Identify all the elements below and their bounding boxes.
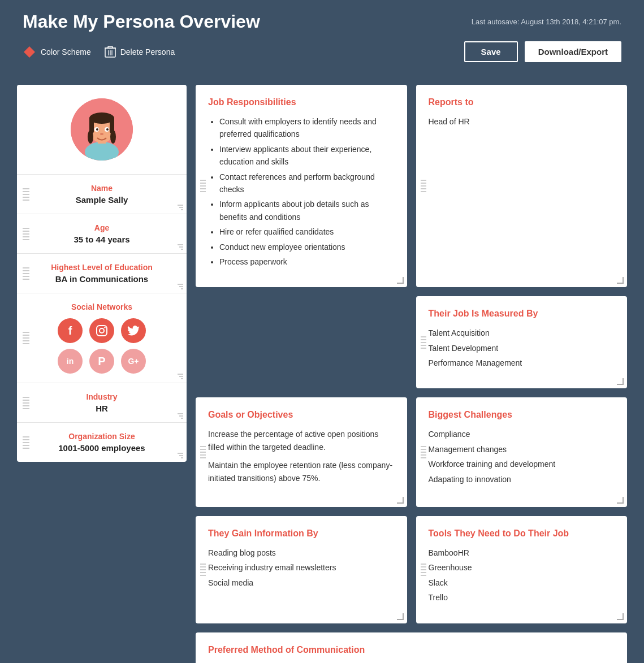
reports-to-content: Head of HR (429, 115, 615, 128)
age-drag-handle[interactable] (23, 228, 29, 240)
tools-card: Tools They Need to Do Their Job BambooHR… (416, 516, 628, 623)
pinterest-icon[interactable]: P (89, 349, 114, 374)
header: Make My Persona Overview Last autosave: … (0, 0, 644, 73)
age-field: Age 35 to 44 years (17, 214, 187, 254)
job-measured-title: Their Job Is Measured By (429, 309, 615, 319)
download-button[interactable]: Download/Export (525, 41, 621, 62)
gain-info-content: Reading blog postsReceiving industry ema… (208, 547, 395, 589)
tools-title: Tools They Need to Do Their Job (429, 528, 615, 539)
header-toolbar: Color Scheme Delete Persona Save Downloa… (23, 41, 621, 73)
svg-point-18 (96, 128, 98, 131)
challenges-drag-handle[interactable] (421, 446, 426, 458)
org-size-label: Organization Size (28, 432, 175, 441)
communication-card: Preferred Method of Communication EmailS… (196, 632, 627, 663)
name-resize-handle[interactable] (178, 205, 183, 210)
job-resp-resize[interactable] (397, 277, 404, 284)
list-item: Inform applicants about job details such… (219, 198, 395, 223)
tools-resize[interactable] (617, 613, 624, 620)
list-item: Talent Development (429, 342, 615, 354)
color-scheme-icon (23, 45, 36, 59)
age-value: 35 to 44 years (28, 235, 175, 244)
main-content: Name Sample Sally Age 35 to 44 years Hig… (0, 73, 644, 663)
gain-info-drag-handle[interactable] (200, 564, 206, 576)
svg-point-19 (106, 128, 109, 131)
list-item: Consult with employers to identify needs… (219, 115, 395, 141)
gain-info-resize[interactable] (397, 613, 404, 620)
autosave-text: Last autosave: August 13th 2018, 4:21:07… (472, 18, 621, 26)
list-item: Workforce training and development (429, 458, 615, 470)
save-button[interactable]: Save (464, 41, 518, 62)
goals-content: Increase the percentage of active open p… (208, 428, 395, 484)
job-responsibilities-card: Job Responsibilities Consult with employ… (196, 85, 407, 287)
goals-paragraph: Maintain the employee retention rate (le… (208, 459, 395, 484)
color-scheme-button[interactable]: Color Scheme (23, 45, 91, 59)
list-item: Hire or refer qualified candidates (219, 226, 395, 238)
org-size-value: 1001-5000 employees (28, 443, 175, 453)
goals-drag-handle[interactable] (200, 446, 206, 458)
reports-to-resize[interactable] (617, 277, 624, 284)
list-item: Process paperwork (219, 255, 395, 268)
list-item: Interview applicants about their experie… (219, 143, 395, 168)
list-item: Conduct new employee orientations (219, 241, 395, 253)
industry-field: Industry HR (17, 383, 187, 423)
facebook-icon[interactable]: f (58, 318, 83, 343)
age-label: Age (28, 223, 175, 232)
age-resize-handle[interactable] (178, 244, 183, 250)
googleplus-icon[interactable]: G+ (121, 349, 146, 374)
social-networks-label: Social Networks (28, 302, 175, 311)
tools-content: BambooHRGreenhouseSlackTrello (429, 547, 615, 604)
gain-info-card: They Gain Information By Reading blog po… (196, 516, 407, 623)
education-drag-handle[interactable] (23, 267, 29, 280)
industry-drag-handle[interactable] (23, 397, 29, 409)
reports-to-value: Head of HR (429, 115, 615, 128)
svg-point-15 (110, 130, 116, 144)
challenges-content: ComplianceManagement changesWorkforce tr… (429, 428, 615, 486)
job-responsibilities-title: Job Responsibilities (208, 97, 395, 107)
education-field: Highest Level of Education BA in Communi… (17, 254, 187, 293)
instagram-icon[interactable] (89, 318, 114, 343)
delete-persona-button[interactable]: Delete Persona (105, 45, 175, 59)
industry-resize-handle[interactable] (178, 413, 183, 419)
social-icons-grid: f in P (28, 318, 175, 374)
page-title: Make My Persona Overview (23, 11, 260, 32)
delete-persona-label: Delete Persona (120, 47, 175, 57)
list-item: Contact references and perform backgroun… (219, 171, 395, 196)
job-resp-drag-handle[interactable] (200, 180, 206, 192)
list-item: BambooHR (429, 547, 615, 559)
reports-to-drag-handle[interactable] (421, 180, 426, 192)
linkedin-icon[interactable]: in (58, 349, 83, 374)
list-item: Receiving industry email newsletters (208, 561, 395, 574)
name-drag-handle[interactable] (23, 188, 29, 201)
goals-resize[interactable] (397, 497, 404, 504)
gain-info-title: They Gain Information By (208, 528, 395, 539)
social-drag-handle[interactable] (23, 332, 29, 344)
social-resize-handle[interactable] (178, 374, 183, 379)
job-responsibilities-content: Consult with employers to identify needs… (208, 115, 395, 268)
name-field: Name Sample Sally (17, 175, 187, 214)
list-item: Performance Management (429, 357, 615, 369)
color-scheme-label: Color Scheme (41, 47, 91, 57)
challenges-title: Biggest Challenges (429, 410, 615, 420)
svg-point-14 (88, 130, 93, 144)
job-measured-resize[interactable] (617, 378, 624, 385)
education-resize-handle[interactable] (178, 284, 183, 289)
org-size-resize-handle[interactable] (178, 453, 183, 458)
job-measured-content: Talent AcquisitionTalent DevelopmentPerf… (429, 327, 615, 369)
twitter-icon[interactable] (121, 318, 146, 343)
delete-icon (105, 45, 116, 59)
education-label: Highest Level of Education (28, 263, 175, 272)
name-value: Sample Sally (28, 195, 175, 205)
challenges-resize[interactable] (617, 497, 624, 504)
social-row-2: in P G+ (58, 349, 146, 374)
goals-title: Goals or Objectives (208, 410, 395, 420)
job-measured-drag-handle[interactable] (421, 336, 426, 349)
job-measured-card: Their Job Is Measured By Talent Acquisit… (416, 296, 628, 388)
persona-sidebar: Name Sample Sally Age 35 to 44 years Hig… (17, 85, 187, 462)
list-item: Talent Acquisition (429, 327, 615, 339)
org-size-field: Organization Size 1001-5000 employees (17, 423, 187, 462)
biggest-challenges-card: Biggest Challenges ComplianceManagement … (416, 397, 628, 507)
avatar-section (17, 85, 187, 175)
org-size-drag-handle[interactable] (23, 436, 29, 449)
tools-drag-handle[interactable] (421, 564, 426, 576)
toolbar-right: Save Download/Export (464, 41, 621, 62)
